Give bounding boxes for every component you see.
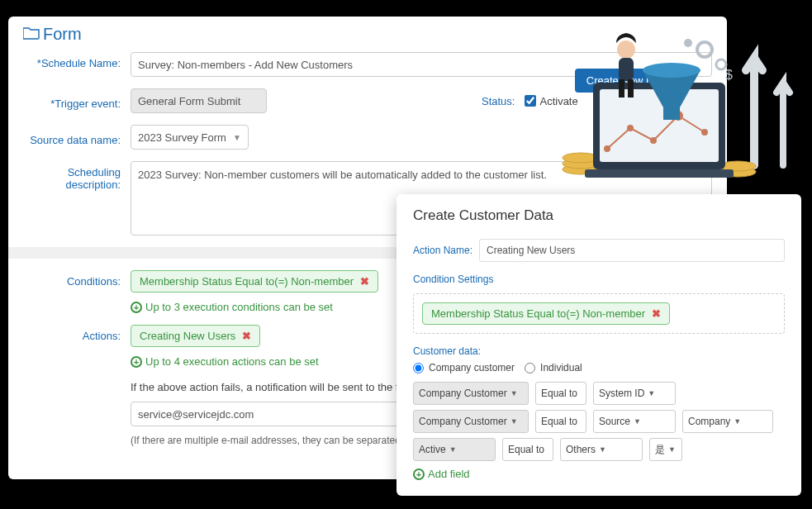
- source-data-select[interactable]: 2023 Survey Form ▼: [131, 125, 249, 150]
- activate-label: Activate: [539, 95, 577, 107]
- individual-radio[interactable]: [525, 363, 535, 373]
- action-name-input[interactable]: [479, 239, 785, 262]
- add-field-text: Add field: [428, 468, 470, 480]
- form-title: Form: [23, 25, 712, 44]
- field-select[interactable]: Company Customer▼: [413, 410, 529, 433]
- extra-select[interactable]: 是▼: [649, 438, 682, 461]
- individual-label: Individual: [540, 362, 582, 373]
- value-select[interactable]: System ID▼: [593, 382, 676, 405]
- field-select[interactable]: Active▼: [413, 438, 496, 461]
- add-field-link[interactable]: + Add field: [413, 468, 785, 480]
- status-label: Status:: [482, 95, 515, 107]
- action-tag[interactable]: Creating New Users ✖: [131, 325, 260, 347]
- mapping-row: Company Customer▼ Equal to System ID▼: [413, 382, 785, 405]
- operator-select[interactable]: Equal to: [502, 438, 553, 461]
- modal-condition-text: Membership Status Equal to(=) Non-member: [431, 307, 645, 320]
- trigger-event-value[interactable]: General Form Submit: [131, 88, 267, 113]
- chevron-down-icon: ▼: [449, 445, 457, 454]
- chevron-down-icon: ▼: [734, 417, 741, 426]
- plus-circle-icon: +: [413, 469, 425, 480]
- condition-tag-text: Membership Status Equal to(=) Non-member: [140, 275, 354, 288]
- actions-label: Actions:: [23, 325, 131, 342]
- modal-condition-tag[interactable]: Membership Status Equal to(=) Non-member…: [422, 302, 670, 325]
- chevron-down-icon: ▼: [233, 133, 241, 142]
- close-icon[interactable]: ✖: [360, 275, 369, 288]
- create-new-users-button[interactable]: Create New Users: [575, 69, 686, 93]
- close-icon[interactable]: ✖: [652, 307, 661, 320]
- close-icon[interactable]: ✖: [242, 330, 251, 342]
- activate-checkbox[interactable]: [525, 95, 536, 107]
- action-hint-text: Up to 4 execution actions can be set: [145, 355, 319, 368]
- condition-settings-box: Membership Status Equal to(=) Non-member…: [413, 293, 785, 334]
- condition-settings-label: Condition Settings: [413, 274, 785, 285]
- plus-circle-icon[interactable]: +: [131, 302, 142, 313]
- operator-select[interactable]: Equal to: [535, 382, 586, 405]
- customer-data-label: Customer data:: [413, 345, 785, 357]
- chevron-down-icon: ▼: [668, 445, 676, 454]
- plus-circle-icon[interactable]: +: [131, 356, 142, 368]
- mapping-row: Company Customer▼ Equal to Source▼ Compa…: [413, 410, 785, 433]
- chevron-down-icon: ▼: [648, 389, 655, 397]
- action-name-label: Action Name:: [413, 245, 479, 256]
- mapping-row: Active▼ Equal to Others▼ 是▼: [413, 438, 785, 461]
- value-select[interactable]: Source▼: [593, 410, 676, 433]
- source-data-label: Source data name:: [23, 129, 131, 146]
- source-data-value: 2023 Survey Form: [138, 131, 226, 144]
- scheduling-desc-label: Scheduling description:: [23, 161, 131, 191]
- trigger-event-label: *Trigger event:: [23, 93, 131, 110]
- create-customer-modal: Create Customer Data Action Name: Condit…: [397, 194, 801, 496]
- folder-icon: [23, 25, 40, 44]
- chevron-down-icon: ▼: [510, 389, 518, 397]
- form-title-text: Form: [43, 25, 82, 44]
- chevron-down-icon: ▼: [510, 417, 518, 426]
- chevron-down-icon: ▼: [599, 445, 606, 454]
- action-tag-text: Creating New Users: [140, 330, 235, 342]
- condition-hint-text: Up to 3 execution conditions can be set: [145, 301, 333, 313]
- value-select[interactable]: Others▼: [560, 438, 643, 461]
- chevron-down-icon: ▼: [634, 417, 641, 426]
- field-select[interactable]: Company Customer▼: [413, 382, 529, 405]
- condition-tag[interactable]: Membership Status Equal to(=) Non-member…: [131, 270, 378, 293]
- modal-title: Create Customer Data: [413, 207, 785, 224]
- schedule-name-label: *Schedule Name:: [23, 52, 131, 69]
- extra-select[interactable]: Company▼: [682, 410, 773, 433]
- company-customer-label: Company customer: [429, 362, 515, 373]
- operator-select[interactable]: Equal to: [535, 410, 586, 433]
- conditions-label: Conditions:: [23, 270, 131, 288]
- company-customer-radio[interactable]: [413, 363, 424, 373]
